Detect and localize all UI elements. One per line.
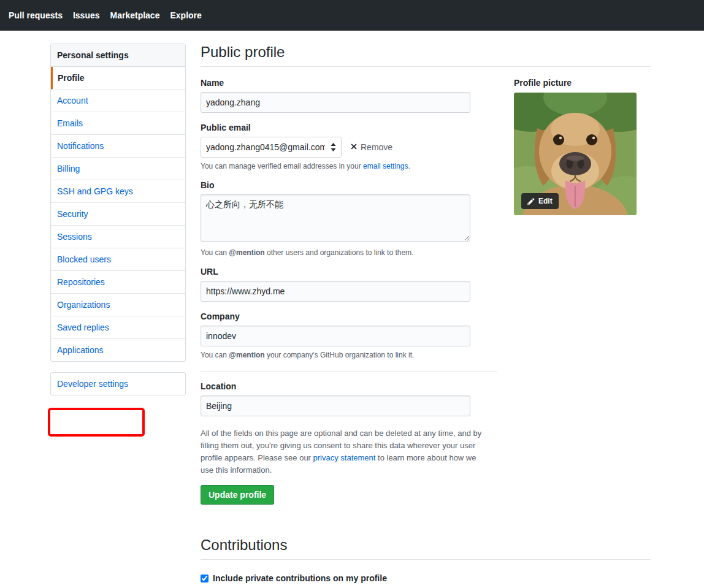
top-navigation: Pull requests Issues Marketplace Explore [0, 0, 704, 31]
url-label: URL [201, 267, 497, 277]
public-email-select[interactable]: yadong.zhang0415@gmail.com [201, 137, 342, 158]
sidebar-item-applications[interactable]: Applications [51, 339, 185, 361]
url-field[interactable] [201, 281, 470, 302]
sidebar-item-profile[interactable]: Profile [51, 67, 185, 90]
page-title: Public profile [201, 44, 651, 67]
name-label: Name [201, 78, 497, 88]
contributions-section: Contributions Include private contributi… [201, 536, 651, 588]
company-field[interactable] [201, 326, 470, 346]
sidebar-item-notifications[interactable]: Notifications [51, 135, 185, 158]
email-helper-text: You can manage verified email addresses … [201, 162, 497, 170]
sidebar-item-billing[interactable]: Billing [51, 158, 185, 180]
personal-settings-menu: Personal settings Profile Account Emails… [50, 44, 186, 362]
email-settings-link[interactable]: email settings [363, 162, 408, 170]
sidebar-item-sessions[interactable]: Sessions [51, 226, 185, 248]
edit-avatar-label: Edit [538, 197, 553, 205]
private-contributions-label: Include private contributions on my prof… [213, 573, 387, 583]
location-field[interactable] [201, 395, 470, 416]
sidebar-heading: Personal settings [51, 44, 185, 67]
contributions-title: Contributions [201, 536, 651, 560]
company-helper-text: You can @mention your company's GitHub o… [201, 351, 497, 359]
update-profile-button[interactable]: Update profile [201, 485, 274, 505]
avatar[interactable]: Edit [514, 93, 637, 215]
developer-settings-menu: Developer settings [50, 372, 186, 395]
sidebar-item-organizations[interactable]: Organizations [51, 294, 185, 316]
nav-issues[interactable]: Issues [73, 10, 100, 20]
settings-sidebar: Personal settings Profile Account Emails… [50, 44, 186, 588]
sidebar-item-emails[interactable]: Emails [51, 112, 185, 135]
nav-explore[interactable]: Explore [170, 10, 201, 20]
privacy-note: All of the fields on this page are optio… [201, 427, 489, 477]
bio-field[interactable]: 心之所向，无所不能 [201, 194, 470, 242]
location-label: Location [201, 381, 497, 391]
profile-picture-label: Profile picture [514, 78, 637, 88]
private-contributions-helper: Get credit for all your work by showing … [213, 586, 655, 588]
nav-pull-requests[interactable]: Pull requests [9, 10, 63, 20]
sidebar-item-saved-replies[interactable]: Saved replies [51, 316, 185, 339]
profile-form: Name Public email yadong.zhang0415@gmail… [201, 68, 497, 505]
bio-helper-text: You can @mention other users and organiz… [201, 248, 497, 257]
annotation-rectangle [48, 408, 145, 437]
privacy-statement-link[interactable]: privacy statement [313, 453, 376, 462]
remove-email-label: Remove [361, 142, 392, 152]
company-label: Company [201, 311, 497, 321]
nav-marketplace[interactable]: Marketplace [110, 10, 160, 20]
sidebar-item-blocked-users[interactable]: Blocked users [51, 248, 185, 271]
form-divider [201, 371, 497, 372]
settings-page: Personal settings Profile Account Emails… [50, 44, 704, 588]
x-icon [350, 142, 358, 153]
public-email-label: Public email [201, 123, 497, 132]
sidebar-item-security[interactable]: Security [51, 203, 185, 226]
profile-picture-column: Profile picture [514, 68, 637, 505]
edit-avatar-button[interactable]: Edit [521, 193, 559, 209]
name-field[interactable] [201, 92, 470, 113]
remove-email-button[interactable]: Remove [350, 142, 392, 153]
private-contributions-checkbox[interactable] [201, 575, 209, 582]
bio-label: Bio [201, 180, 497, 190]
sidebar-item-repositories[interactable]: Repositories [51, 271, 185, 294]
sidebar-item-account[interactable]: Account [51, 90, 185, 112]
public-profile-section: Public profile Name Public email yadong.… [201, 44, 651, 588]
sidebar-item-developer-settings[interactable]: Developer settings [51, 373, 185, 395]
pencil-icon [527, 197, 535, 205]
sidebar-item-ssh-gpg-keys[interactable]: SSH and GPG keys [51, 180, 185, 203]
